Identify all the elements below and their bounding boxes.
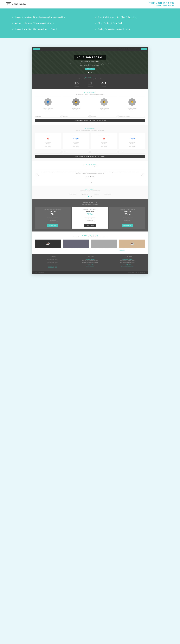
- mockup-testimonials: TESTIMONIALS Here's what others are sayi…: [32, 161, 148, 186]
- footer-about-text: Lorem ipsum dolor sit amet,consectetur a…: [35, 258, 71, 264]
- article-readmore-4[interactable]: READ POST: [119, 250, 145, 251]
- candidate-card-1[interactable]: 👤 RICHARD SMITH Designer & Entrepreneur …: [35, 97, 61, 113]
- jobs-subtitle: Here are the latest featured job offers …: [35, 130, 145, 131]
- feature-item-4: ✓ Clean Design & Clear Code: [94, 22, 168, 25]
- job-filter-category[interactable]: CATEGORY▾: [90, 151, 118, 154]
- footer-companies-link-1[interactable]: Featured Job Candidates: [72, 258, 108, 260]
- stat-members: 43 Members: [101, 81, 106, 87]
- candidate-photo-3: 👩‍💼: [100, 98, 108, 106]
- filter-experience[interactable]: YEARS OF EXPERIENCE▾: [118, 115, 145, 118]
- footer-companies-link-5[interactable]: Lorem Amet Cities: [72, 266, 108, 267]
- brand-subtitle: WORDPRESS THEME: [149, 5, 174, 6]
- pricing-grid: OUR MOST AFFORDABLE PLAN Tiny Plan $9.00…: [35, 207, 145, 228]
- preview-section: JOBS DOJO CANDIDATES JOB OFFERS PAGES LO…: [0, 38, 180, 280]
- nav-link-candidates[interactable]: CANDIDATES: [117, 48, 125, 50]
- job-card-3[interactable]: THEMES DOJO LLC A 12 REQUIRED Part Time …: [91, 133, 117, 149]
- testimonial-next-btn[interactable]: ›: [141, 173, 144, 176]
- hero-desc: A lot of effort was invested in this the…: [68, 63, 112, 66]
- partner-photodune: ⊕ photodune: [92, 194, 99, 195]
- job-filter-keywords[interactable]: KEYWORDS▾: [35, 151, 62, 154]
- job-filter-type[interactable]: JOB TYPE▾: [118, 151, 145, 154]
- footer-companies-link-2[interactable]: BROWSE JOB CANDIDATES STATUS: [72, 260, 108, 262]
- feature-text-1: Complete Job Board Portal with complex f…: [15, 16, 65, 19]
- article-2[interactable]: Lorem Ipsum Dolor Sit Amet Est Consectet…: [63, 240, 89, 251]
- testimonial-prev-btn[interactable]: ‹: [36, 173, 39, 176]
- job-filter-location[interactable]: LOCATION▾: [62, 151, 90, 154]
- stats-row: 16 Job Offers 11 Candidates 43 Members: [34, 81, 146, 87]
- articles-subtitle: From time to time we come up with useful…: [35, 236, 145, 237]
- article-4[interactable]: ☕ Lorem Ipsum Dolor Sit Amet Est Consect…: [119, 240, 145, 251]
- footer-about-link-1[interactable]: Lorem Sit Amet Cities: [35, 266, 71, 267]
- candidate-info-2: Front-End Developer Stripe, Chrome ROME …: [64, 108, 88, 112]
- partners-title: PARTNERS: [35, 188, 145, 190]
- dot-1: [88, 72, 89, 73]
- footer-col-companies: COMPANIES Featured Job Candidates BROWSE…: [72, 256, 108, 268]
- job-card-2[interactable]: GOOGLE Google 11 REQUIRED Full Time USA …: [63, 133, 89, 149]
- plan-medium-btn[interactable]: ORDER NOW: [84, 224, 96, 227]
- svg-rect-2: [7, 4, 8, 4]
- stat-label-members: Members: [101, 86, 106, 87]
- article-1[interactable]: ☕ Lorem Ipsum Dolor Sit Amet Est Consect…: [35, 240, 61, 251]
- filter-keywords[interactable]: KEYWORDS▾: [35, 115, 62, 118]
- pdot-2: [90, 196, 90, 197]
- feature-item-6: ✓ Pricing Plans (Monetization Ready): [94, 28, 168, 31]
- pdot-1: [88, 196, 89, 197]
- candidates-search-btn[interactable]: SHOW SEARCH & FILTERED CANDIDATES RESULT…: [35, 119, 145, 122]
- candidate-card-4[interactable]: 👨‍💼 JOHN DOE JR. Front-End Developer Str…: [119, 97, 145, 113]
- footer-about-link-2[interactable]: Lorem Sit Amet Cities: [35, 267, 71, 268]
- plan-big-btn[interactable]: ORDER NOW: [122, 224, 133, 227]
- filter-location[interactable]: LOCATION▾: [62, 115, 90, 118]
- brand: THE JOB BOARD WORDPRESS THEME: [149, 2, 174, 6]
- footer-candidates-link-2[interactable]: BROWSE JOB CANDIDATES STATUS: [109, 260, 145, 262]
- article-3[interactable]: Lorem Ipsum Dolor Sit Amet Est Consectet…: [91, 240, 117, 251]
- candidate-name-1: RICHARD SMITH: [36, 106, 60, 108]
- plan-tiny-btn[interactable]: ORDER NOW: [47, 224, 58, 227]
- candidate-card-2[interactable]: 👩 KATE RICHARDS Front-End Developer Stri…: [63, 97, 89, 113]
- stats-subtitle: Here are just a few numbers for you to g…: [34, 78, 146, 79]
- candidate-photo-2: 👩: [72, 98, 80, 106]
- candidate-info-3: Designer & Entrepreneur Stripe, Chrome R…: [92, 108, 116, 112]
- stat-num-jobs: 16: [74, 81, 79, 85]
- footer-candidates-link-3[interactable]: BROWSE JOB CANDIDATES STATUS: [109, 262, 145, 263]
- candidate-name-3: JANE SMITH: [92, 106, 116, 108]
- plan-big-label: OUR MOST COMPLETE PLAN: [111, 209, 144, 210]
- plan-medium-name: Medium Plan: [74, 210, 106, 212]
- dot-2: [90, 72, 90, 73]
- mockup-candidates-section: CANDIDATES Here are the latest featured …: [32, 89, 148, 125]
- plan-medium: OUR MOST POPULAR PLAN Medium Plan $19.00…: [72, 207, 108, 228]
- jobs-search-btn[interactable]: SHOW SEARCH & FILTERED JOB OFFER RESULTS: [35, 155, 145, 158]
- header: JOBS DOJO THE JOB BOARD WORDPRESS THEME: [0, 0, 180, 8]
- preview-mockup: JOBS DOJO CANDIDATES JOB OFFERS PAGES LO…: [31, 47, 149, 274]
- testimonial-text: Lorem ipsum dolor amet, consectetur adip…: [41, 171, 139, 174]
- feature-text-4: Clean Design & Clear Code: [98, 22, 123, 25]
- footer-candidates-link-1[interactable]: Featured Job Candidates: [109, 258, 145, 260]
- footer-companies-link-4[interactable]: Lorem Sit Amet Cities: [72, 264, 108, 266]
- features-section: ✓ Complete Job Board Portal with complex…: [0, 8, 180, 38]
- nav-link-jobs[interactable]: JOB OFFERS: [126, 48, 134, 50]
- footer-col-about: ABOUT US Lorem ipsum dolor sit amet,cons…: [35, 256, 71, 268]
- footer-candidates-link-4[interactable]: Lorem Sit Amet Cities: [109, 264, 145, 266]
- mockup-login-btn[interactable]: LOGIN: [141, 48, 147, 50]
- hero-title: YOUR JOB PORTAL: [74, 55, 106, 60]
- job-company-3: THEMES DOJO LLC: [92, 134, 116, 136]
- plan-big-name: The Big Plan: [111, 210, 144, 212]
- candidate-name-4: JOHN DOE JR.: [120, 106, 144, 108]
- footer-companies-link-3[interactable]: BROWSE JOB CANDIDATES STATUS: [72, 262, 108, 263]
- job-info-3: 12 REQUIRED Part Time USA / MAIN Adobe, …: [92, 142, 116, 147]
- filter-category[interactable]: CATEGORY▾: [90, 115, 118, 118]
- footer-candidates-link-5[interactable]: Lorem Amet Candidates States: [109, 266, 145, 267]
- mockup-nav-links: CANDIDATES JOB OFFERS PAGES: [117, 48, 139, 50]
- hero-buy-btn[interactable]: BUY NOW: [85, 68, 95, 70]
- footer-credits: WORDPRESS THEME BY THEMES DOJO: [128, 272, 145, 273]
- candidate-card-3[interactable]: 👩‍💼 JANE SMITH Designer & Entrepreneur S…: [91, 97, 117, 113]
- footer-about-title: ABOUT US: [35, 256, 71, 258]
- job-info-4: 13 REQUIRED Part Time USA / MAIN Adobe, …: [120, 142, 144, 147]
- logo[interactable]: JOBS DOJO: [6, 2, 26, 6]
- plan-tiny-price: $9.00: [36, 212, 69, 216]
- feature-item-1: ✓ Complete Job Board Portal with complex…: [12, 16, 86, 19]
- article-text-4: Lorem Ipsum Dolor Sit Amet Est Consectet…: [119, 248, 145, 250]
- nav-link-pages[interactable]: PAGES: [135, 48, 139, 50]
- job-card-1[interactable]: ADOBE A 10 REQUIRED Part Time USA / MAIN…: [35, 133, 61, 149]
- job-card-4[interactable]: GOOGLE Google 13 REQUIRED Part Time USA …: [119, 133, 145, 149]
- feature-text-2: Front-End Resume / Job Offer Submission: [98, 16, 136, 19]
